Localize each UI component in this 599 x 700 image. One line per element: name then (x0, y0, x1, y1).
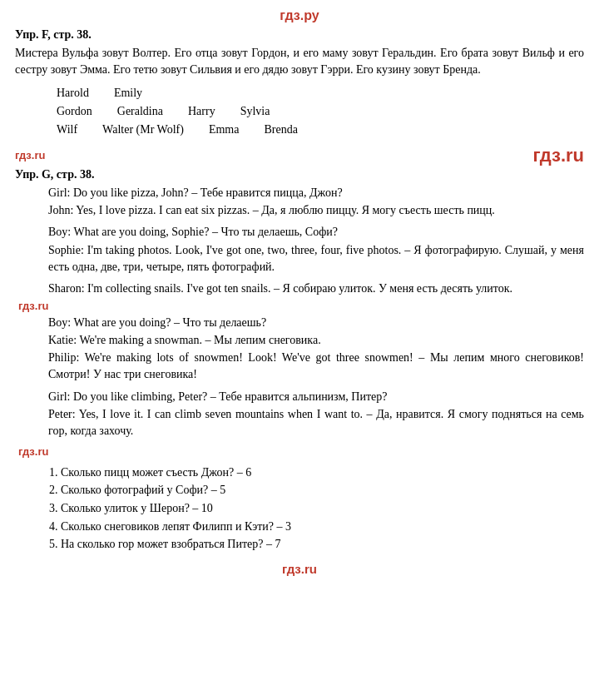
answer-text-2: Сколько фотографий у Софи? – 5 (61, 484, 225, 496)
dialogue-line-peter: Peter: Yes, I love it. I can climb seven… (15, 406, 584, 440)
name-sylvia: Sylvia (240, 102, 270, 121)
answer-text-3: Сколько улиток у Шерон? – 10 (61, 502, 213, 514)
footer-site-label: гдз.ru (282, 562, 317, 576)
sharon-line-wrapper: Sharon: I'm collecting snails. I've got … (15, 280, 584, 297)
names-row-2: Gordon Geraldina Harry Sylvia (57, 102, 584, 121)
exercise-f-text: Мистера Вульфа зовут Волтер. Его отца зо… (15, 45, 584, 79)
dialogue-line-1: John: Yes, I love pizza. I can eat six p… (15, 202, 584, 219)
watermark-before-answers: гдз.ru (18, 445, 584, 459)
watermark-inline-1: гдз.ru (18, 300, 48, 312)
dialogue-line-girl2: Girl: Do you like climbing, Peter? – Теб… (15, 389, 584, 405)
footer-watermark: гдз.ru (15, 562, 584, 577)
dialogue-line-3: Sophie: I'm taking photos. Look, I've go… (15, 242, 584, 276)
names-block: Harold Emily Gordon Geraldina Harry Sylv… (57, 84, 584, 140)
name-walter: Walter (Mr Wolf) (102, 121, 184, 139)
name-emma: Emma (209, 121, 240, 139)
name-brenda: Brenda (264, 121, 297, 139)
answer-text-4: Сколько снеговиков лепят Филипп и Кэти? … (61, 520, 291, 533)
answer-item-1: Сколько пицц может съесть Джон? – 6 (61, 464, 584, 482)
exercise-f-title: Упр. F, стр. 38. (15, 28, 584, 42)
dialogue-line-2: Boy: What are you doing, Sophie? – Что т… (15, 224, 584, 241)
name-harold: Harold (57, 84, 89, 102)
exercise-f-section: Упр. F, стр. 38. Мистера Вульфа зовут Во… (15, 28, 584, 79)
name-wilf: Wilf (57, 121, 77, 139)
name-geraldina: Geraldina (117, 102, 163, 121)
answer-item-5: На сколько гор может взобраться Питер? –… (61, 535, 584, 554)
answer-item-2: Сколько фотографий у Софи? – 5 (61, 481, 584, 499)
dialogue-line-sharon: Sharon: I'm collecting snails. I've got … (15, 280, 584, 297)
page: гдз.ру Упр. F, стр. 38. Мистера Вульфа з… (0, 0, 599, 700)
gdz-inline-sharon: гдз.ru (18, 300, 584, 313)
watermarks-row: гдз.ru гдз.ru (15, 145, 584, 166)
watermark-mid-left: гдз.ru (15, 149, 45, 161)
name-emily: Emily (114, 84, 142, 102)
site-header: гдз.ру (15, 8, 584, 23)
names-row-3: Wilf Walter (Mr Wolf) Emma Brenda (57, 121, 584, 139)
name-gordon: Gordon (57, 102, 92, 121)
answer-text-1: Сколько пицц может съесть Джон? – 6 (61, 466, 251, 479)
name-harry: Harry (188, 102, 215, 121)
dialogue-line-katie: Katie: We're making a snowman. – Мы лепи… (15, 332, 584, 349)
answer-text-5: На сколько гор может взобраться Питер? –… (61, 538, 280, 550)
answer-item-3: Сколько улиток у Шерон? – 10 (61, 499, 584, 518)
dialogue-line-philip: Philip: We're making lots of snowmen! Lo… (15, 350, 584, 384)
exercise-g-section: Упр. G, стр. 38. Girl: Do you like pizza… (15, 168, 584, 440)
answers-list: Сколько пицц может съесть Джон? – 6 Скол… (61, 464, 584, 554)
dialogue-line-0: Girl: Do you like pizza, John? – Тебе нр… (15, 185, 584, 201)
exercise-g-title: Упр. G, стр. 38. (15, 168, 584, 181)
watermark-mid-right: гдз.ru (532, 145, 584, 166)
header-site-label: гдз.ру (280, 8, 319, 22)
answer-item-4: Сколько снеговиков лепят Филипп и Кэти? … (61, 518, 584, 536)
watermark-gdz-2: гдз.ru (18, 445, 48, 458)
names-row-1: Harold Emily (57, 84, 584, 102)
dialogue-line-boy2: Boy: What are you doing? – Что ты делаеш… (15, 315, 584, 331)
